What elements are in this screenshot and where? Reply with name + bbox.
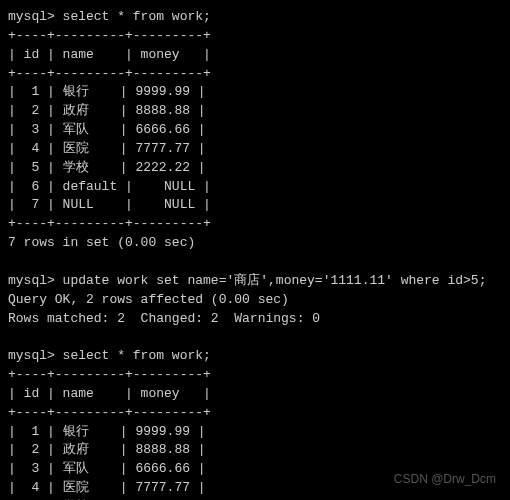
prompt-line-3[interactable]: mysql> select * from work; <box>8 347 502 366</box>
prompt-prefix: mysql> <box>8 273 63 288</box>
table-border: +----+---------+---------+ <box>8 404 502 423</box>
table-row: | 6 | default | NULL | <box>8 178 502 197</box>
sql-query-2: update work set name='商店',money='1111.11… <box>63 273 487 288</box>
table-row: | 5 | 学校 | 2222.22 | <box>8 159 502 178</box>
table-row: | 3 | 军队 | 6666.66 | <box>8 121 502 140</box>
prompt-prefix: mysql> <box>8 348 63 363</box>
prompt-line-2[interactable]: mysql> update work set name='商店',money='… <box>8 272 502 291</box>
sql-query-3: select * from work; <box>63 348 211 363</box>
blank-line <box>8 253 502 272</box>
table-row: | 1 | 银行 | 9999.99 | <box>8 423 502 442</box>
update-result-2: Rows matched: 2 Changed: 2 Warnings: 0 <box>8 310 502 329</box>
table-header: | id | name | money | <box>8 385 502 404</box>
prompt-prefix: mysql> <box>8 9 63 24</box>
table-border: +----+---------+---------+ <box>8 366 502 385</box>
prompt-line-1[interactable]: mysql> select * from work; <box>8 8 502 27</box>
table-border: +----+---------+---------+ <box>8 65 502 84</box>
table-row: | 7 | NULL | NULL | <box>8 196 502 215</box>
table-row: | 1 | 银行 | 9999.99 | <box>8 83 502 102</box>
table-row: | 2 | 政府 | 8888.88 | <box>8 441 502 460</box>
watermark: CSDN @Drw_Dcm <box>394 471 496 488</box>
result-summary: 7 rows in set (0.00 sec) <box>8 234 502 253</box>
blank-line <box>8 328 502 347</box>
table-header: | id | name | money | <box>8 46 502 65</box>
sql-query-1: select * from work; <box>63 9 211 24</box>
table-border: +----+---------+---------+ <box>8 27 502 46</box>
table-row: | 2 | 政府 | 8888.88 | <box>8 102 502 121</box>
table-row: | 4 | 医院 | 7777.77 | <box>8 140 502 159</box>
table-border: +----+---------+---------+ <box>8 215 502 234</box>
update-result-1: Query OK, 2 rows affected (0.00 sec) <box>8 291 502 310</box>
terminal-output: mysql> select * from work; +----+-------… <box>8 8 502 500</box>
